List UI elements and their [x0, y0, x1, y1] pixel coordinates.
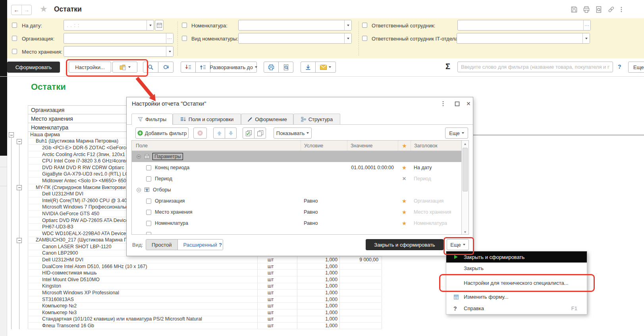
- filter-nomenclature-type-checkbox[interactable]: [182, 36, 187, 41]
- row-checkbox[interactable]: [146, 199, 151, 204]
- filter-it-employee-checkbox[interactable]: [362, 36, 367, 41]
- dialog-help-link[interactable]: ?: [219, 242, 222, 248]
- filter-nomenclature-checkbox[interactable]: [182, 23, 187, 28]
- nomenclature-dropdown-icon[interactable]: [344, 20, 351, 30]
- grid-group-row[interactable]: Параметры: [132, 151, 469, 162]
- favorite-star-icon[interactable]: ★: [40, 4, 48, 14]
- generate-button[interactable]: Сформировать: [7, 62, 60, 73]
- dialog-toolbar-more-button[interactable]: Еще: [445, 127, 468, 139]
- send-email-button[interactable]: [315, 62, 336, 73]
- row-checkbox[interactable]: [146, 165, 151, 170]
- settings-button[interactable]: Настройки...: [69, 62, 111, 73]
- scroll-up-icon[interactable]: ▲: [462, 141, 469, 147]
- report-row[interactable]: Dell U2312HM DVIшт1,0009 000,00: [28, 257, 382, 263]
- menu-item[interactable]: ?СправкаF1: [446, 303, 587, 314]
- date-field[interactable]: . . : :: [64, 20, 154, 31]
- nomenclature-type-field[interactable]: [238, 33, 352, 44]
- save-report-button[interactable]: [301, 62, 316, 73]
- save-icon[interactable]: [571, 6, 578, 14]
- it-employee-dropdown-icon[interactable]: [582, 33, 590, 43]
- tree-collapse-icon[interactable]: [17, 185, 22, 190]
- close-and-generate-button[interactable]: Закрыть и сформировать: [366, 239, 443, 250]
- grid-group-row[interactable]: Отборы: [132, 184, 469, 195]
- grid-row[interactable]: ОрганизацияРавно★Организация: [132, 195, 469, 207]
- more-dots-icon[interactable]: [620, 6, 623, 14]
- dialog-menu-dots-icon[interactable]: [442, 101, 444, 108]
- expand-groups-button[interactable]: [195, 62, 210, 73]
- grid-row[interactable]: [132, 229, 469, 235]
- menu-item[interactable]: Изменить форму...: [446, 291, 587, 303]
- grid-row[interactable]: Конец периода01.01.0001 0:00:00★На дату: [132, 162, 469, 173]
- sigma-icon[interactable]: Σ: [445, 62, 450, 71]
- move-up-button[interactable]: [213, 127, 225, 139]
- dialog-close-icon[interactable]: ✕: [466, 100, 471, 107]
- group-collapse-icon[interactable]: [137, 188, 141, 192]
- star-icon[interactable]: ★: [402, 164, 407, 171]
- row-checkbox[interactable]: [146, 221, 151, 226]
- report-row[interactable]: Компьютер №3шт1,000: [28, 309, 382, 316]
- report-row[interactable]: ST3160813ASшт1,000: [28, 296, 382, 303]
- print-icon[interactable]: [583, 6, 590, 14]
- filter-organization-checkbox[interactable]: [12, 36, 17, 41]
- link-icon[interactable]: [607, 6, 615, 14]
- tab-fields-sorting[interactable]: Поля и сортировки: [173, 114, 241, 124]
- tree-collapse-icon[interactable]: [17, 238, 22, 243]
- storage-field[interactable]: [64, 46, 174, 57]
- view-advanced-button[interactable]: Расширенный: [178, 239, 223, 250]
- it-employee-field[interactable]: [457, 33, 590, 44]
- scrollbar-thumb[interactable]: [463, 148, 468, 191]
- grid-scrollbar[interactable]: ▲ ▼: [461, 141, 469, 235]
- date-dropdown-icon[interactable]: [147, 20, 154, 30]
- uncheck-all-button[interactable]: [254, 127, 266, 139]
- storage-dropdown-icon[interactable]: [166, 46, 173, 56]
- tree-collapse-icon[interactable]: [9, 132, 14, 137]
- nomenclature-field[interactable]: [238, 20, 352, 31]
- print-preview-button[interactable]: [278, 62, 293, 73]
- tab-filters[interactable]: Фильтры: [131, 114, 173, 125]
- grid-row[interactable]: Место храненияРавно★Место хранения: [132, 207, 469, 218]
- cross-icon[interactable]: ✕: [402, 176, 406, 182]
- grid-row[interactable]: НоменклатураРавно★Номенклатура: [132, 218, 469, 229]
- row-checkbox[interactable]: [146, 232, 151, 235]
- collapse-groups-button[interactable]: [181, 62, 196, 73]
- report-row[interactable]: Стандартная (101/102 клавиши) или клавиа…: [28, 316, 382, 323]
- expand-to-button[interactable]: Разворачивать до: [210, 62, 257, 73]
- dialog-maximize-icon[interactable]: [455, 101, 460, 108]
- move-down-button[interactable]: [225, 127, 237, 139]
- employee-ellipsis-icon[interactable]: [583, 20, 590, 30]
- help-link[interactable]: ?: [618, 64, 621, 70]
- forward-button[interactable]: →: [22, 5, 31, 15]
- delete-filter-button[interactable]: [193, 127, 207, 139]
- calendar-button[interactable]: [155, 20, 164, 31]
- search-next-button[interactable]: [158, 62, 174, 73]
- filter-storage-checkbox[interactable]: [12, 49, 17, 54]
- print-button[interactable]: [264, 62, 279, 73]
- row-checkbox[interactable]: [146, 176, 151, 182]
- filter-date-checkbox[interactable]: [12, 23, 17, 28]
- show-dropdown-button[interactable]: Показывать: [274, 127, 312, 139]
- tree-collapse-icon[interactable]: [17, 139, 22, 144]
- report-row[interactable]: Microsoft Windows XP Professionalшт1,000: [28, 290, 382, 296]
- quick-filter-input[interactable]: [457, 62, 613, 72]
- menu-item[interactable]: Закрыть: [446, 263, 587, 274]
- report-row[interactable]: HID-совместимая мышьшт1,000: [28, 270, 382, 276]
- filter-employee-checkbox[interactable]: [362, 23, 367, 28]
- report-row[interactable]: Флеш Transcend 16 Gbшт1,000: [28, 322, 382, 329]
- preview-icon[interactable]: [595, 6, 602, 14]
- employee-field[interactable]: [457, 20, 591, 31]
- row-checkbox[interactable]: [146, 210, 151, 215]
- star-icon[interactable]: ★: [402, 209, 407, 215]
- left-panel-strip[interactable]: [0, 0, 7, 156]
- view-simple-button[interactable]: Простой: [146, 239, 178, 250]
- organization-field[interactable]: [64, 33, 174, 44]
- tab-structure[interactable]: Структура: [293, 114, 340, 124]
- toolbar-more-button[interactable]: Еще: [628, 62, 644, 73]
- add-filter-button[interactable]: Добавить фильтр: [135, 127, 189, 139]
- report-row[interactable]: DualCore Intel Atom D510, 1666 MHz (10 x…: [28, 263, 382, 270]
- group-collapse-icon[interactable]: [137, 154, 141, 159]
- report-row[interactable]: Intel Mount Olive D510MOшт1,000: [28, 276, 382, 283]
- star-icon[interactable]: ★: [402, 220, 407, 226]
- nomenclature-type-dropdown-icon[interactable]: [344, 33, 351, 43]
- search-button[interactable]: [143, 62, 158, 73]
- scroll-down-icon[interactable]: ▼: [462, 229, 469, 235]
